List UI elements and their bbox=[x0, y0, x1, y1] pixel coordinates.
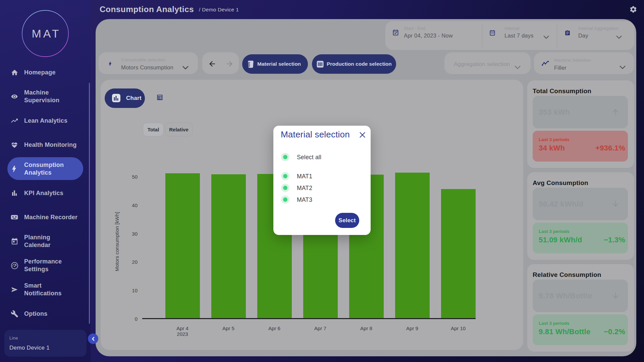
svg-text:MAT: MAT bbox=[32, 27, 61, 40]
